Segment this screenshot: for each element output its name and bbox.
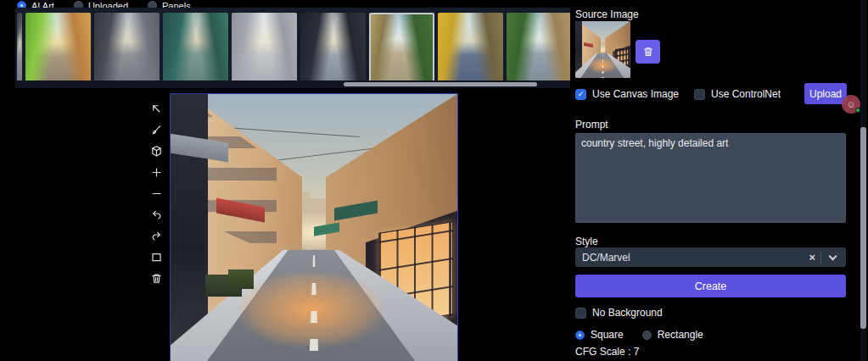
filmstrip-scrollbar-track [15,81,570,88]
filmstrip-scrollbar-thumb[interactable] [344,82,537,86]
checkbox-icon: ✓ [575,308,586,319]
radio-icon [642,330,652,340]
plus-icon [150,166,163,179]
cube-tool-button[interactable] [145,142,167,160]
smiley-icon: ☺ [846,100,855,109]
use-canvas-image-checkbox[interactable]: ✓ Use Canvas Image [575,88,679,100]
page-scrollbar-track [860,0,866,361]
square-radio[interactable]: Square [575,329,624,341]
chevron-down-icon[interactable] [829,252,837,260]
rectangle-label: Rectangle [658,329,703,341]
radio-icon [575,330,585,340]
dropdown-divider [820,252,821,264]
undo-button[interactable] [145,205,167,224]
street-artwork [171,94,457,361]
trash-icon [150,272,163,285]
filmstrip-thumbnail[interactable] [438,13,503,84]
source-image-label: Source Image [575,8,639,20]
feedback-widget[interactable]: ☺ [842,95,860,114]
create-button[interactable]: Create [575,275,846,297]
filmstrip [15,8,570,88]
trash-icon [642,46,654,58]
zoom-out-button[interactable] [145,184,167,203]
redo-icon [150,230,163,242]
right-panel: Source Image ✓ Use Canvas Image ✓ Use Co… [575,7,864,361]
minus-icon [150,187,163,200]
no-background-label: No Background [592,307,663,319]
redo-button[interactable] [145,226,167,245]
filmstrip-thumbnail-selected[interactable] [369,13,434,84]
use-controlnet-label: Use ControlNet [711,88,781,100]
check-icon: ✓ [578,91,585,98]
filmstrip-thumbnail[interactable] [25,13,91,84]
filmstrip-thumbnail[interactable] [94,13,160,84]
cursor-arrow-icon [150,103,163,115]
canvas-toolbar [142,99,171,287]
style-dropdown-value: DC/Marvel [582,252,804,264]
source-image-artwork [575,21,630,78]
rectangle-icon [150,251,163,264]
source-image-preview [575,21,630,78]
filmstrip-thumbnail[interactable] [232,13,297,84]
rectangle-radio[interactable]: Rectangle [642,329,703,341]
square-label: Square [591,329,624,341]
filmstrip-thumbnail[interactable] [163,13,228,84]
brush-icon [150,124,163,136]
use-controlnet-checkbox[interactable]: ✓ Use ControlNet [694,88,781,100]
filmstrip-thumbnail[interactable] [507,13,570,84]
style-label: Style [575,236,598,247]
undo-icon [150,208,163,221]
brush-tool-button[interactable] [145,120,167,139]
select-tool-button[interactable] [145,99,167,118]
filmstrip-thumbnail[interactable] [300,13,366,84]
cube-icon [150,145,163,158]
cfg-scale-value: CFG Scale : 7 [575,346,639,358]
delete-tool-button[interactable] [145,269,167,287]
prompt-input[interactable]: country street, highly detailed art [575,133,846,223]
checkbox-icon: ✓ [575,89,586,100]
delete-source-image-button[interactable] [636,40,660,64]
use-canvas-image-label: Use Canvas Image [592,88,679,100]
zoom-in-button[interactable] [145,163,167,181]
page-scrollbar-thumb[interactable] [860,127,866,329]
shape-options: Square Rectangle [575,329,722,341]
no-background-checkbox[interactable]: ✓ No Background [575,307,663,319]
style-dropdown[interactable]: DC/Marvel × [575,247,846,267]
canvas-image[interactable] [170,93,458,361]
upload-button[interactable]: Upload [804,83,847,104]
rectangle-tool-button[interactable] [145,247,167,266]
prompt-label: Prompt [575,119,608,131]
checkbox-icon: ✓ [694,89,705,100]
clear-style-icon[interactable]: × [804,251,820,264]
filmstrip-thumbnail[interactable] [17,13,22,84]
